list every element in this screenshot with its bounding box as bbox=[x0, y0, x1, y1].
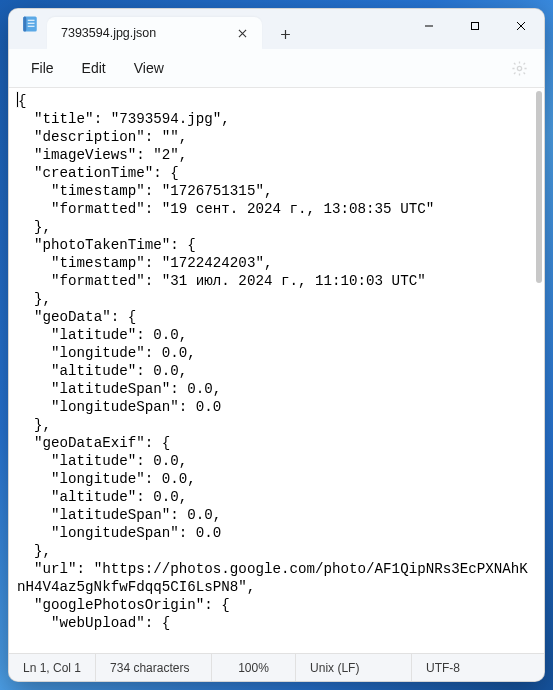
svg-rect-1 bbox=[23, 17, 26, 32]
status-line-ending[interactable]: Unix (LF) bbox=[296, 654, 412, 681]
status-zoom[interactable]: 100% bbox=[212, 654, 296, 681]
notepad-icon bbox=[21, 15, 39, 33]
svg-point-6 bbox=[517, 66, 521, 70]
menu-file[interactable]: File bbox=[19, 54, 66, 82]
text-editor[interactable]: { "title": "7393594.jpg", "description":… bbox=[9, 87, 544, 653]
notepad-window: 7393594.jpg.json File Edit View bbox=[8, 8, 545, 682]
vertical-scrollbar[interactable] bbox=[536, 91, 542, 283]
settings-button[interactable] bbox=[504, 53, 534, 83]
tab-title: 7393594.jpg.json bbox=[61, 26, 232, 40]
document-text: { "title": "7393594.jpg", "description":… bbox=[17, 93, 528, 631]
menubar: File Edit View bbox=[9, 49, 544, 87]
document-tab[interactable]: 7393594.jpg.json bbox=[47, 17, 262, 49]
titlebar[interactable]: 7393594.jpg.json bbox=[9, 9, 544, 49]
editor-content[interactable]: { "title": "7393594.jpg", "description":… bbox=[9, 88, 534, 653]
status-encoding[interactable]: UTF-8 bbox=[412, 654, 544, 681]
minimize-button[interactable] bbox=[406, 9, 452, 43]
status-char-count[interactable]: 734 characters bbox=[96, 654, 212, 681]
menu-edit[interactable]: Edit bbox=[70, 54, 118, 82]
maximize-button[interactable] bbox=[452, 9, 498, 43]
new-tab-button[interactable] bbox=[268, 19, 302, 49]
window-controls bbox=[406, 9, 544, 43]
statusbar: Ln 1, Col 1 734 characters 100% Unix (LF… bbox=[9, 653, 544, 681]
close-tab-button[interactable] bbox=[232, 23, 252, 43]
menu-view[interactable]: View bbox=[122, 54, 176, 82]
status-position[interactable]: Ln 1, Col 1 bbox=[9, 654, 96, 681]
close-window-button[interactable] bbox=[498, 9, 544, 43]
svg-rect-5 bbox=[472, 23, 479, 30]
